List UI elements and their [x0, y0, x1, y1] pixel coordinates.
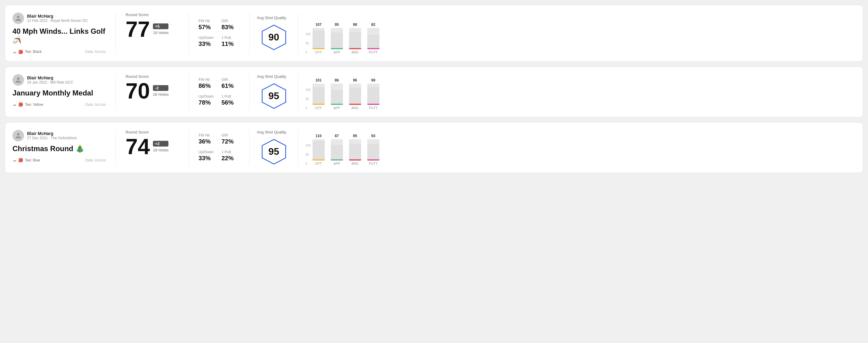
- oneputt-label: 1 Putt: [222, 94, 240, 98]
- bars-container: 110 87: [313, 139, 379, 165]
- x-label-arg: ARG: [349, 51, 361, 54]
- bar-accent: [349, 48, 361, 49]
- updown-value: 78%: [198, 99, 217, 106]
- bars-container: 101 86: [313, 84, 379, 110]
- bar-accent: [331, 104, 343, 105]
- x-labels: OTTAPPARGPUTT: [313, 162, 379, 165]
- oneputt-stat: 1 Putt 11%: [222, 36, 240, 48]
- y-label-100: 100: [306, 89, 311, 92]
- fw-hit-label: FW Hit: [198, 19, 217, 23]
- x-label-putt: PUTT: [367, 162, 379, 165]
- tee-info: ☁ 🎒 Tee: Black: [12, 50, 42, 54]
- avatar: [12, 130, 24, 142]
- tee-label: Tee: Blue: [25, 158, 40, 162]
- hexagon-container: 95: [260, 83, 288, 110]
- round-title: Christmas Round 🎄: [12, 145, 106, 153]
- user-row: Blair McHarg 27 Dec 2021 · The Oxfordshi…: [12, 130, 106, 142]
- round-card-round-3: Blair McHarg 27 Dec 2021 · The Oxfordshi…: [5, 122, 863, 173]
- score-row: 74 +2 18 Holes: [126, 136, 179, 157]
- updown-value: 33%: [198, 40, 217, 48]
- fw-hit-value: 86%: [198, 83, 217, 89]
- oneputt-label: 1 Putt: [222, 150, 240, 154]
- user-name: Blair McHarg: [27, 131, 77, 136]
- score-detail: +2 18 Holes: [153, 141, 168, 152]
- fw-hit-value: 36%: [198, 138, 217, 145]
- gir-stat: GIR 72%: [222, 133, 240, 145]
- user-info: Blair McHarg 29 Jan 2022 · Mill Ride GCC: [27, 75, 73, 85]
- big-score: 70: [126, 80, 150, 102]
- updown-stat: Up/Down 33%: [198, 36, 217, 48]
- bar-group-ott: 107: [313, 23, 325, 49]
- quality-section: Avg Shot Quality 95: [250, 130, 298, 165]
- x-label-putt: PUTT: [367, 106, 379, 110]
- x-labels: OTTAPPARGPUTT: [313, 51, 379, 54]
- bar-value-app: 86: [335, 78, 339, 83]
- round-score-label: Round Score: [126, 130, 179, 134]
- left-section-round-1: Blair McHarg 12 Feb 2022 · Royal North D…: [12, 12, 116, 54]
- y-label-100: 100: [306, 33, 311, 36]
- bar-group-arg: 95: [349, 134, 361, 161]
- bar-wrapper: [313, 84, 325, 105]
- fw-hit-label: FW Hit: [198, 77, 217, 82]
- bars-row: 101 86: [313, 84, 379, 105]
- data-source: Data: Arccos: [85, 50, 106, 54]
- user-icon: [15, 76, 22, 83]
- x-label-app: APP: [331, 162, 343, 165]
- bar-value-ott: 107: [316, 23, 322, 27]
- bar-group-app: 87: [331, 134, 343, 161]
- hexagon-container: 95: [260, 138, 288, 165]
- stats-section: FW Hit 86% GIR 61% Up/Down 78% 1 Putt 56…: [189, 74, 250, 110]
- stats-grid: FW Hit 36% GIR 72% Up/Down 33% 1 Putt 22…: [198, 133, 240, 162]
- avatar: [12, 12, 24, 24]
- user-name: Blair McHarg: [27, 14, 88, 19]
- score-holes: 18 Holes: [153, 92, 168, 97]
- bar-group-arg: 96: [349, 78, 361, 105]
- x-label-arg: ARG: [349, 162, 361, 165]
- user-info: Blair McHarg 12 Feb 2022 · Royal North D…: [27, 14, 88, 23]
- bar-value-ott: 101: [316, 78, 322, 83]
- updown-label: Up/Down: [198, 94, 217, 98]
- oneputt-stat: 1 Putt 56%: [222, 94, 240, 106]
- score-section: Round Score 77 +5 18 Holes: [116, 12, 189, 54]
- quality-score: 95: [269, 90, 279, 101]
- bar-wrapper: [331, 28, 343, 49]
- chart-area: 100 50 0 101: [306, 76, 848, 110]
- avatar: [12, 74, 24, 86]
- updown-label: Up/Down: [198, 36, 217, 40]
- quality-section: Avg Shot Quality 90: [250, 12, 298, 54]
- score-row: 70 -2 18 Holes: [126, 80, 179, 102]
- tee-info: ☁ 🎒 Tee: Blue: [12, 158, 40, 162]
- quality-label: Avg Shot Quality: [257, 74, 286, 79]
- oneputt-value: 11%: [222, 40, 240, 48]
- oneputt-label: 1 Putt: [222, 36, 240, 40]
- y-label-50: 50: [306, 42, 311, 45]
- tee-label: Tee: Black: [25, 50, 42, 54]
- user-row: Blair McHarg 29 Jan 2022 · Mill Ride GCC: [12, 74, 106, 86]
- score-detail: +5 18 Holes: [153, 23, 168, 35]
- y-label-50: 50: [306, 153, 311, 156]
- fw-hit-stat: FW Hit 57%: [198, 19, 217, 31]
- bar-group-app: 95: [331, 23, 343, 49]
- stats-grid: FW Hit 57% GIR 83% Up/Down 33% 1 Putt 11…: [198, 19, 240, 48]
- user-date-course: 27 Dec 2021 · The Oxfordshire: [27, 136, 77, 140]
- quality-label: Avg Shot Quality: [257, 15, 286, 20]
- tee-label: Tee: Yellow: [25, 102, 43, 107]
- oneputt-value: 22%: [222, 155, 240, 162]
- fw-hit-stat: FW Hit 36%: [198, 133, 217, 145]
- bars-row: 107 95: [313, 28, 379, 49]
- stats-section: FW Hit 36% GIR 72% Up/Down 33% 1 Putt 22…: [189, 130, 250, 165]
- bar-accent: [331, 159, 343, 161]
- chart-area: 100 50 0 107: [306, 21, 848, 54]
- bar-accent: [367, 104, 379, 105]
- user-date-course: 29 Jan 2022 · Mill Ride GCC: [27, 80, 73, 85]
- fw-hit-label: FW Hit: [198, 133, 217, 137]
- quality-score: 90: [269, 32, 279, 43]
- gir-stat: GIR 83%: [222, 19, 240, 31]
- bars-container: 107 95: [313, 28, 379, 54]
- chart-section: 100 50 0 107: [298, 12, 856, 54]
- x-label-ott: OTT: [313, 51, 325, 54]
- bar-wrapper: [349, 139, 361, 161]
- weather-icon: ☁: [12, 102, 17, 107]
- gir-value: 83%: [222, 24, 240, 31]
- bar-value-arg: 96: [353, 78, 357, 83]
